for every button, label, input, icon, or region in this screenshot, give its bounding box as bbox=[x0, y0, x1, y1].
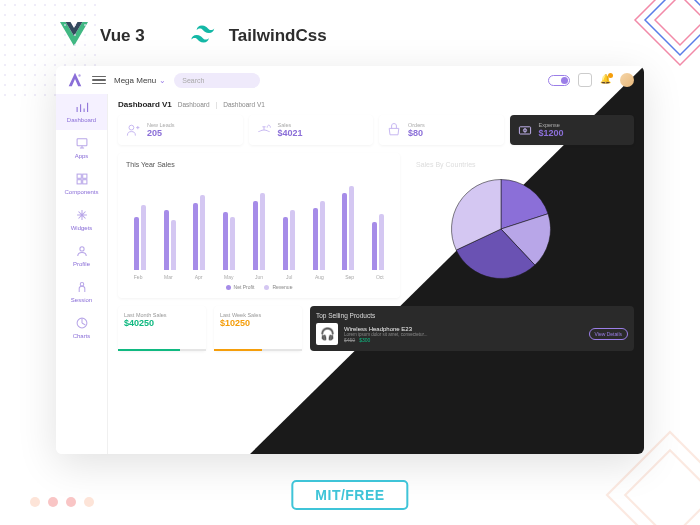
svg-point-6 bbox=[79, 247, 83, 251]
search-input[interactable]: Search bbox=[174, 73, 260, 88]
stats-row: New Leads205 Sales$4021 Orders$80 Expens… bbox=[118, 115, 634, 145]
breadcrumb: Dashboard V1 Dashboard | Dashboard V1 bbox=[118, 100, 634, 109]
main-content: Dashboard V1 Dashboard | Dashboard V1 Ne… bbox=[108, 94, 644, 454]
view-details-button[interactable]: View Details bbox=[589, 328, 628, 340]
orders-icon bbox=[385, 121, 403, 139]
product-image: 🎧 bbox=[316, 323, 338, 345]
widgets-icon bbox=[75, 208, 89, 222]
page-title: Dashboard V1 bbox=[118, 100, 172, 109]
svg-rect-3 bbox=[82, 174, 86, 178]
leads-icon bbox=[124, 121, 142, 139]
stat-orders: Orders$80 bbox=[379, 115, 504, 145]
session-icon bbox=[75, 280, 89, 294]
avatar[interactable] bbox=[620, 73, 634, 87]
bar-chart-legend: Net Profit Revenue bbox=[126, 284, 392, 290]
apps-grid-icon[interactable] bbox=[578, 73, 592, 87]
sidebar-item-widgets[interactable]: Widgets bbox=[56, 202, 107, 238]
notifications-icon[interactable] bbox=[600, 74, 612, 86]
sidebar-item-dashboard[interactable]: Dashboard bbox=[56, 94, 107, 130]
sidebar: Dashboard Apps Components Widgets Profil… bbox=[56, 94, 108, 454]
svg-point-9 bbox=[129, 125, 134, 130]
mini-last-month: Last Month Sales$40250 bbox=[118, 306, 206, 351]
brand-logo-icon bbox=[66, 71, 84, 89]
vue-label: Vue 3 bbox=[100, 26, 145, 46]
mini-last-week: Last Week Sales$10250 bbox=[214, 306, 302, 351]
vue-icon bbox=[60, 22, 88, 50]
sales-icon bbox=[255, 121, 273, 139]
dashboard-icon bbox=[75, 100, 89, 114]
sidebar-item-profile[interactable]: Profile bbox=[56, 238, 107, 274]
svg-point-7 bbox=[80, 282, 84, 286]
svg-rect-4 bbox=[77, 180, 81, 184]
pie-chart-title: Sales By Countries bbox=[416, 161, 634, 168]
hamburger-icon[interactable] bbox=[92, 73, 106, 87]
mega-menu-dropdown[interactable]: Mega Menu bbox=[114, 76, 166, 85]
expense-icon bbox=[516, 121, 534, 139]
stat-sales: Sales$4021 bbox=[249, 115, 374, 145]
apps-icon bbox=[75, 136, 89, 150]
topbar: Mega Menu Search bbox=[56, 66, 644, 94]
svg-rect-2 bbox=[77, 174, 81, 178]
bar-chart bbox=[126, 174, 392, 270]
svg-rect-1 bbox=[77, 139, 87, 146]
license-badge: MIT/FREE bbox=[291, 480, 408, 510]
components-icon bbox=[75, 172, 89, 186]
bar-chart-card: This Year Sales FebMarAprMayJunJulAugSep… bbox=[118, 153, 400, 298]
svg-rect-5 bbox=[82, 180, 86, 184]
sidebar-item-apps[interactable]: Apps bbox=[56, 130, 107, 166]
charts-icon bbox=[75, 316, 89, 330]
stat-new-leads: New Leads205 bbox=[118, 115, 243, 145]
profile-icon bbox=[75, 244, 89, 258]
decoration-dots-bl bbox=[30, 497, 94, 507]
framework-logos: Vue 3 TailwindCss bbox=[0, 0, 700, 64]
bar-chart-xaxis: FebMarAprMayJunJulAugSepOct bbox=[126, 274, 392, 280]
pie-chart-card: Sales By Countries bbox=[408, 153, 634, 298]
bar-chart-title: This Year Sales bbox=[126, 161, 392, 168]
pie-chart bbox=[446, 174, 556, 284]
tailwind-label: TailwindCss bbox=[229, 26, 327, 46]
top-products-card: Top Selling Products 🎧 Wireless Headphon… bbox=[310, 306, 634, 351]
sidebar-item-charts[interactable]: Charts bbox=[56, 310, 107, 346]
tailwind-icon bbox=[191, 25, 219, 47]
sidebar-item-components[interactable]: Components bbox=[56, 166, 107, 202]
stat-expense: Expense$1200 bbox=[510, 115, 635, 145]
svg-point-0 bbox=[78, 74, 80, 76]
theme-toggle[interactable] bbox=[548, 75, 570, 86]
sidebar-item-session[interactable]: Session bbox=[56, 274, 107, 310]
dashboard-preview: Mega Menu Search Dashboard Apps Componen… bbox=[56, 66, 644, 454]
